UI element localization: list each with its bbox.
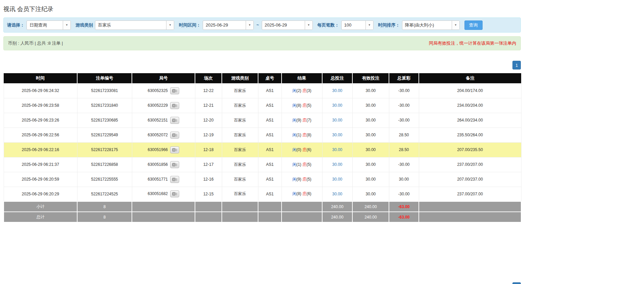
col-table: 桌号 [258,73,282,83]
cell-table: AS1 [258,157,282,172]
game-detail-icon-button[interactable] [170,87,179,94]
game-type-value: 百家乐 [95,21,166,30]
col-game-type: 游戏类别 [222,73,258,83]
game-detail-icon-button[interactable] [170,132,179,139]
game-detail-icon-button[interactable] [170,176,179,183]
cell-session: 12-17 [195,157,222,172]
footer-empty-cell [282,212,322,222]
cell-valid-bet: 30.00 [352,113,389,128]
col-session: 场次 [195,73,222,83]
cell-valid-bet: 30.00 [352,157,389,172]
cell-round: 630052229 [132,98,195,113]
total-bet-link[interactable]: 30.00 [332,133,342,137]
page-button-1[interactable]: 1 [512,61,521,69]
total-bet-link[interactable]: 30.00 [332,147,342,152]
result-banker-score: (6) [306,191,311,196]
chevron-down-icon[interactable]: ▼ [246,21,253,30]
footer-empty-cell [132,201,195,212]
chevron-down-icon[interactable]: ▼ [166,21,174,30]
cell-time: 2025-06-29 06:21:37 [4,157,77,172]
footer-empty-cell [419,212,521,222]
cell-round: 630052325 [132,83,195,98]
cell-result: 闲(9) 庄(5) [282,172,322,187]
table-row: 2025-06-29 06:23:58522617231840630052229… [4,98,521,113]
cell-result: 闲(0) 庄(6) [282,142,322,157]
cell-table: AS1 [258,142,282,157]
summary-bar: 币别 : 人民币 | 总共 :8 注单 | 同局有效投注，统一计算在该局第一张注… [3,36,521,50]
date-to-select[interactable]: 2025-06-29 ▼ [262,20,313,30]
time-sort-select[interactable]: 降幂(由大到小) ▼ [402,20,460,30]
page-title: 视讯 会员下注纪录 [3,0,521,13]
footer-empty-cell [195,212,222,222]
footer-empty-cell [132,212,195,222]
footer-empty-cell [222,201,258,212]
chevron-down-icon[interactable]: ▼ [305,21,312,30]
cell-payout: 28.50 [389,142,419,157]
total-bet-link[interactable]: 30.00 [332,192,342,196]
result-player-score: (9) [296,177,301,182]
query-button[interactable]: 查询 [464,20,483,30]
result-player-label: 闲 [292,162,296,167]
cell-result: 闲(9) 庄(7) [282,113,322,128]
round-number: 630051682 [148,191,168,196]
cell-round: 630051682 [132,187,195,201]
footer-empty-cell [258,201,282,212]
cell-round: 630052151 [132,113,195,128]
footer-label: 总计 [4,212,77,222]
result-player-score: (0) [296,147,301,152]
date-from-select[interactable]: 2025-06-29 ▼ [203,20,254,30]
table-footer-row: 小计8240.00240.00-63.00 [4,201,521,212]
cell-total-bet: 30.00 [322,157,352,172]
game-detail-icon-button[interactable] [170,146,179,153]
total-bet-link[interactable]: 30.00 [332,103,342,108]
cell-table: AS1 [258,128,282,142]
cell-remark: 207.00/237.00 [419,172,521,187]
result-player-score: (1) [296,162,301,167]
table-row: 2025-06-29 06:23:26522617230685630052151… [4,113,521,128]
total-bet-link[interactable]: 30.00 [332,118,342,123]
cell-bet-id: 522617228175 [77,142,132,157]
cell-table: AS1 [258,172,282,187]
cell-table: AS1 [258,113,282,128]
time-sort-value: 降幂(由大到小) [402,21,452,30]
cell-game-type: 百家乐 [222,128,258,142]
round-number: 630051771 [148,177,168,181]
game-detail-icon-button[interactable] [170,117,179,124]
cell-game-type: 百家乐 [222,157,258,172]
summary-note: 同局有效投注，统一计算在该局第一张注单内 [429,40,516,46]
pagination-bottom: 1 [3,282,521,284]
cell-total-bet: 30.00 [322,113,352,128]
cell-game-type: 百家乐 [222,98,258,113]
game-detail-icon-button[interactable] [170,190,179,197]
game-type-select[interactable]: 百家乐 ▼ [95,20,174,30]
footer-payout: -63.00 [389,201,419,212]
query-type-select[interactable]: 日期查询 ▼ [27,20,71,30]
cell-total-bet: 30.00 [322,98,352,113]
footer-total-bet: 240.00 [322,201,352,212]
col-time: 时间 [4,73,77,83]
round-number: 630052072 [148,132,168,137]
game-detail-icon-button[interactable] [170,161,179,168]
dice-icon [172,162,178,167]
col-remark: 备注 [419,73,521,83]
page-size-select[interactable]: 100 ▼ [341,20,374,30]
bottom-spacer [3,223,521,282]
chevron-down-icon[interactable]: ▼ [63,21,70,30]
game-detail-icon-button[interactable] [170,102,179,109]
result-player-label: 闲 [292,191,296,196]
result-player-label: 闲 [292,177,296,182]
total-bet-link[interactable]: 30.00 [332,88,342,93]
table-footer-row: 总计8240.00240.00-63.00 [4,212,521,222]
footer-empty-cell [222,212,258,222]
cell-round: 630051966 [132,142,195,157]
footer-count: 8 [77,201,132,212]
date-separator: ~ [256,22,259,28]
cell-bet-id: 522617231840 [77,98,132,113]
chevron-down-icon[interactable]: ▼ [365,21,373,30]
cell-time: 2025-06-29 06:22:56 [4,128,77,142]
cell-payout: -30.00 [389,157,419,172]
chevron-down-icon[interactable]: ▼ [452,21,459,30]
total-bet-link[interactable]: 30.00 [332,177,342,182]
page-button-1[interactable]: 1 [512,282,521,284]
total-bet-link[interactable]: 30.00 [332,162,342,167]
